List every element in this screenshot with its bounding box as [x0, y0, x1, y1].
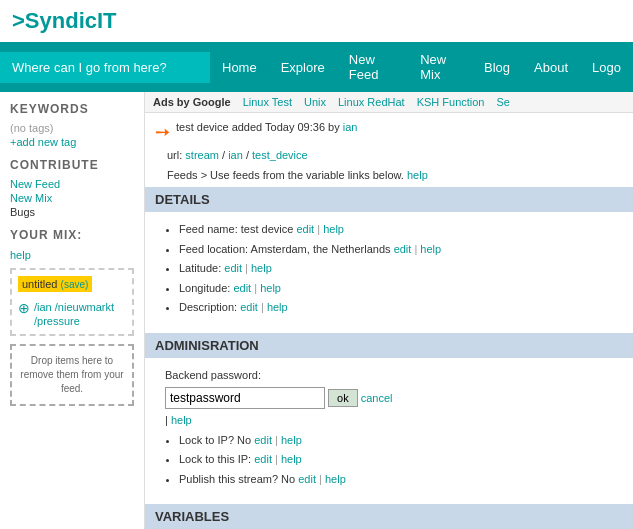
breadcrumb-text: url:: [167, 149, 185, 161]
detail-lat-help[interactable]: help: [251, 262, 272, 274]
nav-about[interactable]: About: [522, 50, 580, 85]
mix-path-1[interactable]: /ian /nieuwmarkt: [34, 301, 114, 313]
detail-name-label: Feed name: test device: [179, 223, 296, 235]
search-box: Where can I go from here?: [0, 52, 210, 83]
ads-link-5[interactable]: Se: [497, 96, 510, 108]
detail-name-edit[interactable]: edit: [296, 223, 314, 235]
feed-desc-text: test device added Today 09:36 by: [176, 121, 340, 133]
lock-this-ip-label: Lock to this IP:: [179, 453, 254, 465]
admin-publish: Publish this stream? No edit | help: [179, 471, 623, 488]
admin-password-input-row: ok cancel: [165, 387, 623, 409]
feed-arrow: ➙: [155, 121, 170, 143]
ads-link-1[interactable]: Linux Test: [243, 96, 292, 108]
detail-desc-help[interactable]: help: [267, 301, 288, 313]
breadcrumb-device[interactable]: test_device: [252, 149, 308, 161]
admin-help-link[interactable]: help: [171, 414, 192, 426]
detail-name-help[interactable]: help: [323, 223, 344, 235]
detail-lon-label: Longitude:: [179, 282, 233, 294]
sidebar-new-mix[interactable]: New Mix: [10, 192, 134, 204]
feed-help: Feeds > Use feeds from the variable link…: [145, 167, 633, 187]
nav-bar: Where can I go from here? Home Explore N…: [0, 42, 633, 92]
breadcrumb-stream[interactable]: stream: [185, 149, 219, 161]
nav-blog[interactable]: Blog: [472, 50, 522, 85]
admin-body: Backend password: ok cancel | help Lock …: [145, 358, 633, 499]
publish-help[interactable]: help: [325, 473, 346, 485]
drop-zone: Drop items here to remove them from your…: [10, 344, 134, 406]
detail-location-help[interactable]: help: [420, 243, 441, 255]
ads-bar: Ads by Google Linux Test Unix Linux RedH…: [145, 92, 633, 113]
detail-description: Description: edit | help: [179, 299, 623, 316]
content: Ads by Google Linux Test Unix Linux RedH…: [145, 92, 633, 529]
lock-this-ip-edit[interactable]: edit: [254, 453, 272, 465]
password-input[interactable]: [165, 387, 325, 409]
feed-description: test device added Today 09:36 by ian: [176, 121, 357, 133]
header: >SyndicIT: [0, 0, 633, 42]
lock-ip-edit[interactable]: edit: [254, 434, 272, 446]
variables-section: VARIABLES (no variables) +add variable |…: [145, 504, 633, 529]
nav-explore[interactable]: Explore: [269, 50, 337, 85]
cancel-link[interactable]: cancel: [361, 392, 393, 404]
detail-lat-label: Latitude:: [179, 262, 224, 274]
details-section: DETAILS Feed name: test device edit | he…: [145, 187, 633, 327]
detail-feed-location: Feed location: Amsterdam, the Netherland…: [179, 241, 623, 258]
contribute-title: CONTRIBUTE: [10, 158, 134, 172]
details-body: Feed name: test device edit | help Feed …: [145, 212, 633, 327]
detail-lon-help[interactable]: help: [260, 282, 281, 294]
nav-new-feed[interactable]: New Feed: [337, 42, 408, 92]
lock-ip-help[interactable]: help: [281, 434, 302, 446]
mix-save[interactable]: (save): [61, 279, 89, 290]
admin-lock-this-ip: Lock to this IP: edit | help: [179, 451, 623, 468]
backend-password-label: Backend password:: [165, 369, 261, 381]
sidebar-new-feed[interactable]: New Feed: [10, 178, 134, 190]
admin-help-row: | help: [165, 412, 623, 429]
no-tags: (no tags): [10, 122, 134, 134]
nav-links: Home Explore New Feed New Mix Blog About…: [210, 42, 633, 92]
admin-section: ADMINISRATION Backend password: ok cance…: [145, 333, 633, 499]
nav-home[interactable]: Home: [210, 50, 269, 85]
mix-title[interactable]: untitled (save): [18, 276, 92, 292]
details-header: DETAILS: [145, 187, 633, 212]
sidebar-help[interactable]: help: [10, 249, 31, 261]
sidebar: KEYWORDS (no tags) +add new tag CONTRIBU…: [0, 92, 145, 529]
variables-header: VARIABLES: [145, 504, 633, 529]
detail-location-label: Feed location: Amsterdam, the Netherland…: [179, 243, 394, 255]
detail-location-edit[interactable]: edit: [394, 243, 412, 255]
detail-lat-edit[interactable]: edit: [224, 262, 242, 274]
feed-user-link[interactable]: ian: [343, 121, 358, 133]
mix-title-text: untitled: [22, 278, 57, 290]
feed-info: ➙ test device added Today 09:36 by ian: [145, 113, 633, 147]
feeds-help-link[interactable]: help: [407, 169, 428, 181]
lock-this-ip-help[interactable]: help: [281, 453, 302, 465]
ads-link-3[interactable]: Linux RedHat: [338, 96, 405, 108]
mix-path-2[interactable]: /pressure: [34, 315, 80, 327]
feeds-text: Feeds > Use feeds from the variable link…: [167, 169, 407, 181]
detail-latitude: Latitude: edit | help: [179, 260, 623, 277]
logo: >SyndicIT: [12, 8, 117, 33]
publish-edit[interactable]: edit: [298, 473, 316, 485]
ok-button[interactable]: ok: [328, 389, 358, 407]
main-layout: KEYWORDS (no tags) +add new tag CONTRIBU…: [0, 92, 633, 529]
nav-logo[interactable]: Logo: [580, 50, 633, 85]
your-mix-title: YOUR MIX:: [10, 228, 134, 242]
breadcrumb: url: stream / ian / test_device: [145, 147, 633, 167]
mix-box: untitled (save) ⊕ /ian /nieuwmarkt /pres…: [10, 268, 134, 336]
admin-header: ADMINISRATION: [145, 333, 633, 358]
detail-desc-label: Description:: [179, 301, 240, 313]
admin-backend-password-row: Backend password:: [165, 367, 623, 384]
breadcrumb-ian[interactable]: ian: [228, 149, 243, 161]
nav-new-mix[interactable]: New Mix: [408, 42, 472, 92]
ads-link-2[interactable]: Unix: [304, 96, 326, 108]
detail-feed-name: Feed name: test device edit | help: [179, 221, 623, 238]
detail-lon-edit[interactable]: edit: [233, 282, 251, 294]
sidebar-bugs: Bugs: [10, 206, 134, 218]
add-new-tag[interactable]: +add new tag: [10, 136, 134, 148]
ads-link-4[interactable]: KSH Function: [417, 96, 485, 108]
lock-ip-label: Lock to IP? No: [179, 434, 254, 446]
publish-label: Publish this stream? No: [179, 473, 298, 485]
admin-lock-ip: Lock to IP? No edit | help: [179, 432, 623, 449]
ads-title: Ads by Google: [153, 96, 231, 108]
detail-longitude: Longitude: edit | help: [179, 280, 623, 297]
detail-desc-edit[interactable]: edit: [240, 301, 258, 313]
mix-add-icon[interactable]: ⊕: [18, 300, 30, 316]
keywords-title: KEYWORDS: [10, 102, 134, 116]
